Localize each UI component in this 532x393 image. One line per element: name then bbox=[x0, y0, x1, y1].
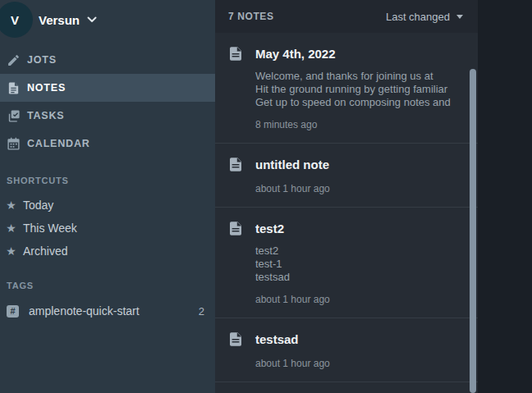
note-list-item[interactable]: test2 test2 test-1 testsad about 1 hour … bbox=[215, 207, 478, 318]
note-preview-line: Hit the ground running by getting famili… bbox=[255, 83, 458, 96]
note-title: May 4th, 2022 bbox=[255, 46, 458, 62]
shortcut-label: This Week bbox=[23, 222, 77, 235]
note-timestamp: about 1 hour ago bbox=[255, 358, 458, 369]
sidebar-item-tasks[interactable]: TASKS bbox=[0, 102, 215, 130]
sort-dropdown-label: Last changed bbox=[386, 11, 450, 23]
note-list-item-partial[interactable] bbox=[215, 382, 478, 393]
account-menu[interactable]: V Versun bbox=[0, 0, 215, 38]
sidebar-item-label: CALENDAR bbox=[27, 138, 90, 149]
document-icon bbox=[230, 222, 241, 235]
note-preview: Welcome, and thanks for joining us at Hi… bbox=[255, 70, 458, 109]
tag-count-badge: 2 bbox=[199, 305, 204, 318]
shortcut-label: Archived bbox=[23, 244, 67, 258]
pencil-icon bbox=[7, 53, 21, 67]
note-preview-line: test2 bbox=[255, 244, 458, 258]
shortcuts-section-header: SHORTCUTS bbox=[0, 176, 215, 185]
note-list-item[interactable]: untitled note about 1 hour ago bbox=[215, 143, 478, 207]
note-list-item[interactable]: May 4th, 2022 Welcome, and thanks for jo… bbox=[215, 33, 478, 143]
star-icon: ★ bbox=[4, 244, 18, 258]
sidebar-item-archived[interactable]: ★ Archived bbox=[0, 240, 215, 263]
tag-label: amplenote-quick-start bbox=[29, 304, 199, 318]
avatar[interactable]: V bbox=[0, 2, 33, 38]
sidebar-item-this-week[interactable]: ★ This Week bbox=[0, 217, 215, 240]
note-list-item[interactable]: testsad about 1 hour ago bbox=[215, 318, 478, 382]
notes-list-header: 7 NOTES Last changed bbox=[215, 0, 478, 33]
document-icon bbox=[230, 332, 241, 346]
sidebar-item-label: NOTES bbox=[27, 82, 66, 94]
document-icon bbox=[230, 158, 241, 171]
tags-section-header: TAGS bbox=[0, 281, 215, 290]
notes-count-label: 7 NOTES bbox=[228, 11, 274, 22]
note-list: May 4th, 2022 Welcome, and thanks for jo… bbox=[215, 33, 478, 393]
note-preview-line: Get up to speed on composing notes and bbox=[255, 96, 458, 109]
sidebar-item-notes[interactable]: NOTES bbox=[0, 74, 215, 102]
sidebar-item-label: TASKS bbox=[27, 110, 64, 121]
sidebar: V Versun JOTS NOTES TASKS bbox=[0, 0, 215, 393]
sidebar-item-jots[interactable]: JOTS bbox=[0, 46, 215, 74]
document-icon bbox=[230, 47, 241, 61]
note-preview-line: Welcome, and thanks for joining us at bbox=[255, 70, 458, 83]
star-icon: ★ bbox=[4, 199, 18, 212]
note-timestamp: 8 minutes ago bbox=[255, 119, 458, 130]
tag-icon: # bbox=[7, 305, 19, 318]
note-preview-line: testsad bbox=[255, 271, 458, 284]
chevron-down-icon bbox=[87, 16, 97, 23]
notes-list-panel: 7 NOTES Last changed May 4th, 2022 Welco… bbox=[215, 0, 478, 393]
tasks-icon bbox=[7, 109, 21, 123]
document-icon bbox=[7, 81, 21, 95]
sidebar-item-calendar[interactable]: CALENDAR bbox=[0, 130, 215, 158]
calendar-icon bbox=[7, 137, 21, 151]
note-timestamp: about 1 hour ago bbox=[255, 294, 458, 305]
sidebar-item-label: JOTS bbox=[27, 54, 57, 66]
note-preview-line: test-1 bbox=[255, 258, 458, 271]
note-title: testsad bbox=[255, 331, 458, 348]
editor-background bbox=[478, 0, 532, 393]
sidebar-item-tag-amplenote-quick-start[interactable]: # amplenote-quick-start 2 bbox=[0, 299, 215, 323]
account-name: Versun bbox=[39, 13, 80, 27]
note-preview: test2 test-1 testsad bbox=[255, 244, 458, 284]
note-title: untitled note bbox=[255, 157, 458, 173]
sidebar-item-today[interactable]: ★ Today bbox=[0, 194, 215, 217]
scrollbar-thumb[interactable] bbox=[470, 69, 476, 393]
star-icon: ★ bbox=[4, 222, 18, 235]
caret-down-icon bbox=[456, 15, 463, 19]
note-title: test2 bbox=[255, 221, 458, 237]
avatar-initial: V bbox=[11, 13, 19, 27]
sidebar-nav: JOTS NOTES TASKS CALENDAR bbox=[0, 46, 215, 158]
note-timestamp: about 1 hour ago bbox=[255, 183, 458, 194]
shortcut-label: Today bbox=[23, 199, 53, 212]
sort-dropdown[interactable]: Last changed bbox=[386, 11, 463, 23]
